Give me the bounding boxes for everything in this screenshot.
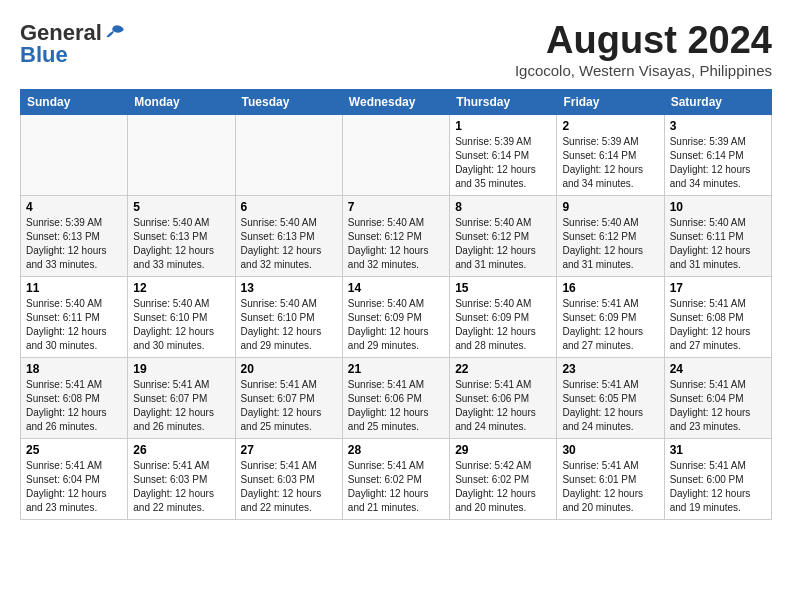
day-number: 12 [133,281,229,295]
calendar-cell: 10Sunrise: 5:40 AM Sunset: 6:11 PM Dayli… [664,195,771,276]
day-detail: Sunrise: 5:41 AM Sunset: 6:06 PM Dayligh… [348,378,444,434]
weekday-header-row: SundayMondayTuesdayWednesdayThursdayFrid… [21,89,772,114]
day-detail: Sunrise: 5:40 AM Sunset: 6:11 PM Dayligh… [670,216,766,272]
calendar-cell: 30Sunrise: 5:41 AM Sunset: 6:01 PM Dayli… [557,438,664,519]
day-detail: Sunrise: 5:41 AM Sunset: 6:05 PM Dayligh… [562,378,658,434]
calendar-cell: 23Sunrise: 5:41 AM Sunset: 6:05 PM Dayli… [557,357,664,438]
calendar-cell: 8Sunrise: 5:40 AM Sunset: 6:12 PM Daylig… [450,195,557,276]
calendar-cell: 16Sunrise: 5:41 AM Sunset: 6:09 PM Dayli… [557,276,664,357]
calendar-cell [128,114,235,195]
day-number: 20 [241,362,337,376]
day-detail: Sunrise: 5:41 AM Sunset: 6:04 PM Dayligh… [670,378,766,434]
day-detail: Sunrise: 5:41 AM Sunset: 6:06 PM Dayligh… [455,378,551,434]
calendar-cell [235,114,342,195]
day-number: 10 [670,200,766,214]
day-number: 21 [348,362,444,376]
day-detail: Sunrise: 5:41 AM Sunset: 6:07 PM Dayligh… [241,378,337,434]
weekday-header-wednesday: Wednesday [342,89,449,114]
day-number: 2 [562,119,658,133]
day-number: 6 [241,200,337,214]
weekday-header-monday: Monday [128,89,235,114]
day-detail: Sunrise: 5:40 AM Sunset: 6:13 PM Dayligh… [241,216,337,272]
day-number: 30 [562,443,658,457]
day-number: 28 [348,443,444,457]
calendar-cell: 19Sunrise: 5:41 AM Sunset: 6:07 PM Dayli… [128,357,235,438]
calendar-cell: 24Sunrise: 5:41 AM Sunset: 6:04 PM Dayli… [664,357,771,438]
weekday-header-tuesday: Tuesday [235,89,342,114]
day-number: 22 [455,362,551,376]
calendar-cell: 1Sunrise: 5:39 AM Sunset: 6:14 PM Daylig… [450,114,557,195]
day-detail: Sunrise: 5:40 AM Sunset: 6:09 PM Dayligh… [348,297,444,353]
day-detail: Sunrise: 5:41 AM Sunset: 6:00 PM Dayligh… [670,459,766,515]
logo: General Blue [20,20,126,68]
calendar-body: 1Sunrise: 5:39 AM Sunset: 6:14 PM Daylig… [21,114,772,519]
calendar-cell: 6Sunrise: 5:40 AM Sunset: 6:13 PM Daylig… [235,195,342,276]
day-detail: Sunrise: 5:40 AM Sunset: 6:13 PM Dayligh… [133,216,229,272]
day-number: 1 [455,119,551,133]
day-number: 4 [26,200,122,214]
day-detail: Sunrise: 5:39 AM Sunset: 6:14 PM Dayligh… [670,135,766,191]
calendar-cell: 20Sunrise: 5:41 AM Sunset: 6:07 PM Dayli… [235,357,342,438]
day-detail: Sunrise: 5:41 AM Sunset: 6:07 PM Dayligh… [133,378,229,434]
location-subtitle: Igcocolo, Western Visayas, Philippines [515,62,772,79]
day-number: 5 [133,200,229,214]
logo-blue: Blue [20,42,68,68]
weekday-header-sunday: Sunday [21,89,128,114]
day-detail: Sunrise: 5:39 AM Sunset: 6:13 PM Dayligh… [26,216,122,272]
day-detail: Sunrise: 5:40 AM Sunset: 6:12 PM Dayligh… [455,216,551,272]
day-number: 29 [455,443,551,457]
calendar-week-row: 25Sunrise: 5:41 AM Sunset: 6:04 PM Dayli… [21,438,772,519]
day-number: 27 [241,443,337,457]
calendar-cell: 22Sunrise: 5:41 AM Sunset: 6:06 PM Dayli… [450,357,557,438]
calendar-cell: 11Sunrise: 5:40 AM Sunset: 6:11 PM Dayli… [21,276,128,357]
calendar-cell [21,114,128,195]
day-number: 3 [670,119,766,133]
calendar-week-row: 1Sunrise: 5:39 AM Sunset: 6:14 PM Daylig… [21,114,772,195]
calendar-cell: 18Sunrise: 5:41 AM Sunset: 6:08 PM Dayli… [21,357,128,438]
day-detail: Sunrise: 5:41 AM Sunset: 6:08 PM Dayligh… [26,378,122,434]
day-detail: Sunrise: 5:41 AM Sunset: 6:03 PM Dayligh… [241,459,337,515]
weekday-header-saturday: Saturday [664,89,771,114]
day-number: 8 [455,200,551,214]
day-number: 13 [241,281,337,295]
calendar-cell: 27Sunrise: 5:41 AM Sunset: 6:03 PM Dayli… [235,438,342,519]
calendar-cell: 5Sunrise: 5:40 AM Sunset: 6:13 PM Daylig… [128,195,235,276]
calendar-cell: 4Sunrise: 5:39 AM Sunset: 6:13 PM Daylig… [21,195,128,276]
day-number: 9 [562,200,658,214]
day-number: 23 [562,362,658,376]
calendar-week-row: 4Sunrise: 5:39 AM Sunset: 6:13 PM Daylig… [21,195,772,276]
calendar-header: SundayMondayTuesdayWednesdayThursdayFrid… [21,89,772,114]
calendar-week-row: 11Sunrise: 5:40 AM Sunset: 6:11 PM Dayli… [21,276,772,357]
day-detail: Sunrise: 5:42 AM Sunset: 6:02 PM Dayligh… [455,459,551,515]
day-number: 31 [670,443,766,457]
day-number: 25 [26,443,122,457]
day-number: 18 [26,362,122,376]
calendar-cell [342,114,449,195]
day-number: 15 [455,281,551,295]
calendar-cell: 26Sunrise: 5:41 AM Sunset: 6:03 PM Dayli… [128,438,235,519]
calendar-cell: 12Sunrise: 5:40 AM Sunset: 6:10 PM Dayli… [128,276,235,357]
day-detail: Sunrise: 5:40 AM Sunset: 6:11 PM Dayligh… [26,297,122,353]
day-detail: Sunrise: 5:39 AM Sunset: 6:14 PM Dayligh… [455,135,551,191]
day-detail: Sunrise: 5:40 AM Sunset: 6:12 PM Dayligh… [562,216,658,272]
page-header: General Blue August 2024 Igcocolo, Weste… [20,20,772,79]
day-detail: Sunrise: 5:40 AM Sunset: 6:10 PM Dayligh… [133,297,229,353]
calendar-cell: 17Sunrise: 5:41 AM Sunset: 6:08 PM Dayli… [664,276,771,357]
day-number: 24 [670,362,766,376]
calendar-cell: 7Sunrise: 5:40 AM Sunset: 6:12 PM Daylig… [342,195,449,276]
calendar-cell: 3Sunrise: 5:39 AM Sunset: 6:14 PM Daylig… [664,114,771,195]
day-detail: Sunrise: 5:40 AM Sunset: 6:09 PM Dayligh… [455,297,551,353]
calendar-cell: 15Sunrise: 5:40 AM Sunset: 6:09 PM Dayli… [450,276,557,357]
calendar-cell: 14Sunrise: 5:40 AM Sunset: 6:09 PM Dayli… [342,276,449,357]
day-detail: Sunrise: 5:41 AM Sunset: 6:03 PM Dayligh… [133,459,229,515]
calendar-cell: 9Sunrise: 5:40 AM Sunset: 6:12 PM Daylig… [557,195,664,276]
calendar-cell: 25Sunrise: 5:41 AM Sunset: 6:04 PM Dayli… [21,438,128,519]
day-detail: Sunrise: 5:41 AM Sunset: 6:08 PM Dayligh… [670,297,766,353]
month-year-title: August 2024 [515,20,772,62]
day-number: 7 [348,200,444,214]
day-number: 19 [133,362,229,376]
day-number: 26 [133,443,229,457]
calendar-cell: 29Sunrise: 5:42 AM Sunset: 6:02 PM Dayli… [450,438,557,519]
calendar-table: SundayMondayTuesdayWednesdayThursdayFrid… [20,89,772,520]
day-detail: Sunrise: 5:40 AM Sunset: 6:10 PM Dayligh… [241,297,337,353]
